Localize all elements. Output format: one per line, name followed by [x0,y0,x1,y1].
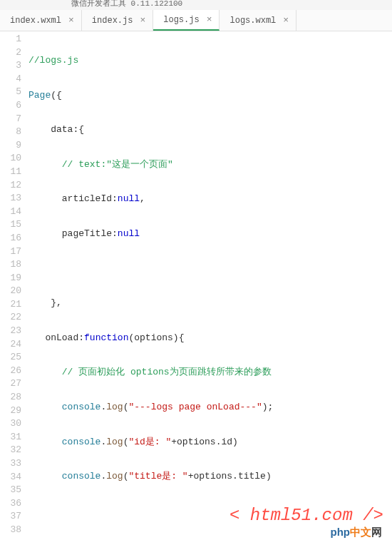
line-number: 12 [0,179,29,193]
line-number: 32 [0,444,29,457]
close-icon[interactable]: × [140,15,145,26]
code-line[interactable]: pageTitle:null [29,228,392,241]
line-number: 16 [0,232,29,245]
close-icon[interactable]: × [283,15,289,26]
line-number: 21 [0,298,29,312]
line-number: 30 [0,417,29,431]
line-number: 11 [0,165,29,179]
line-number: 9 [0,139,29,153]
line-number: 22 [0,311,29,325]
tab-index-js[interactable]: index.js × [82,10,153,31]
line-number: 3 [0,59,29,73]
line-number: 37 [0,510,29,524]
line-number: 20 [0,285,29,298]
line-number: 4 [0,73,29,86]
line-number: 25 [0,351,29,365]
tab-logs-wxml[interactable]: logs.wxml × [220,10,296,31]
code-line[interactable]: }, [29,297,392,310]
line-number: 8 [0,126,29,139]
close-icon[interactable]: × [68,15,74,26]
line-number: 33 [0,457,29,471]
tab-logs-js[interactable]: logs.js × [153,10,220,31]
line-number: 23 [0,325,29,338]
line-number: 24 [0,338,29,352]
line-number: 28 [0,391,29,404]
line-number: 13 [0,192,29,205]
code-line[interactable]: articleId:null, [29,193,392,206]
code-line[interactable]: // 页面初始化 options为页面跳转所带来的参数 [29,366,392,380]
line-number: 7 [0,113,29,126]
code-line[interactable]: onLoad:function(options){ [29,332,392,345]
line-number-gutter: 1234567891011121314151617181920212223242… [0,31,29,545]
code-editor[interactable]: 1234567891011121314151617181920212223242… [0,31,392,545]
tab-bar: index.wxml × index.js × logs.js × logs.w… [0,10,392,31]
line-number: 36 [0,497,29,511]
tab-label: logs.js [163,15,199,25]
code-line[interactable]: // text:"这是一个页面" [29,158,392,172]
code-line[interactable]: console.log("id是: "+options.id) [29,436,392,449]
code-line[interactable]: Page({ [29,89,392,103]
code-line[interactable] [29,505,392,519]
line-number: 17 [0,245,29,259]
code-line[interactable]: console.log("---logs page onLoad---"); [29,401,392,414]
line-number: 31 [0,431,29,444]
line-number: 18 [0,258,29,272]
tab-index-wxml[interactable]: index.wxml × [0,10,82,31]
window-titlebar: 微信开发者工具 0.11.122100 [0,0,392,10]
tab-label: index.wxml [10,16,61,26]
line-number: 19 [0,272,29,285]
line-number: 2 [0,46,29,60]
line-number: 6 [0,99,29,113]
code-line[interactable] [29,263,392,276]
code-line[interactable]: data:{ [29,123,392,137]
line-number: 35 [0,484,29,497]
line-number: 34 [0,471,29,484]
line-number: 26 [0,365,29,378]
line-number: 29 [0,404,29,418]
code-line[interactable] [29,539,392,545]
line-number: 27 [0,377,29,391]
code-line[interactable]: console.log("title是: "+options.title) [29,470,392,484]
code-line[interactable]: //logs.js [29,54,392,68]
line-number: 1 [0,33,29,46]
tab-label: index.js [92,16,133,26]
line-number: 15 [0,218,29,232]
close-icon[interactable]: × [207,14,212,25]
tab-label: logs.wxml [229,16,276,26]
line-number: 38 [0,524,29,537]
code-area[interactable]: //logs.js Page({ data:{ // text:"这是一个页面"… [29,31,392,545]
line-number: 14 [0,205,29,219]
line-number: 5 [0,86,29,99]
line-number: 10 [0,152,29,165]
